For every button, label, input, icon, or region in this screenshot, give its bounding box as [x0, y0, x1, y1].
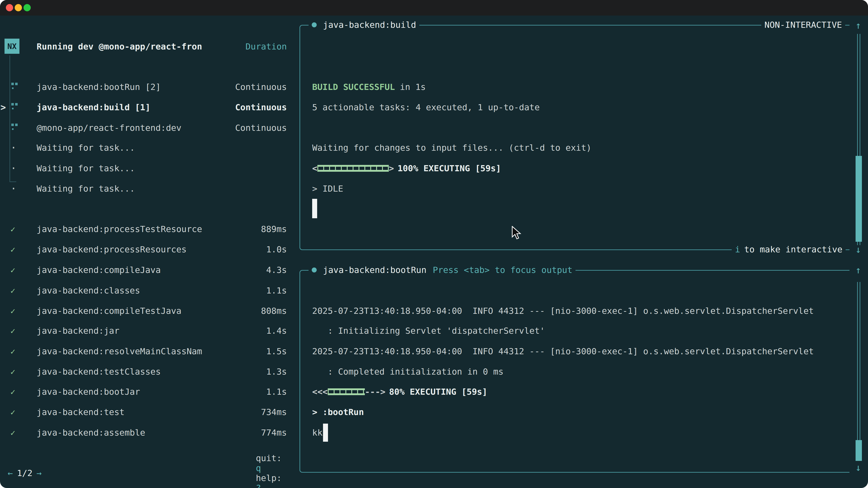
- check-icon: ✓: [10, 326, 16, 335]
- scroll-down-icon[interactable]: ↓: [850, 239, 866, 260]
- build-pane-footer: i to make interactive: [309, 239, 846, 260]
- close-window-button[interactable]: [6, 4, 13, 11]
- task-name: java-backend:bootJar: [37, 387, 140, 397]
- task-name: java-backend:test: [37, 407, 125, 417]
- task-name: java-backend:build [1]: [37, 102, 150, 112]
- build-progress-line: < > 100% EXECUTING [59s]: [312, 158, 850, 178]
- check-icon: ✓: [10, 265, 16, 275]
- build-result-line: BUILD SUCCESSFUL in 1s: [312, 77, 850, 97]
- waiting-for-changes-line: Waiting for changes to input files... (c…: [312, 138, 850, 158]
- completed-task-row[interactable]: ✓ java-backend:processResources 1.0s: [0, 239, 294, 260]
- build-time-text: in 1s: [400, 82, 426, 92]
- task-running-dot-icon: [312, 22, 317, 27]
- task-status: Continuous: [235, 123, 287, 133]
- log-line: 2025-07-23T13:40:18.950-04:00 INFO 44312…: [312, 341, 850, 361]
- task-row-build-selected[interactable]: java-backend:build [1] Continuous: [0, 97, 294, 118]
- completed-task-row[interactable]: ✓ java-backend:test 734ms: [0, 402, 294, 422]
- task-duration: 1.1s: [266, 387, 287, 397]
- page-prev-icon[interactable]: ←: [8, 468, 13, 478]
- task-list-header: Running dev @mono-app/react-fron Duratio…: [0, 36, 294, 57]
- completed-task-row[interactable]: ✓ java-backend:testClasses 1.3s: [0, 361, 294, 382]
- completed-task-row[interactable]: ✓ java-backend:processTestResource 889ms: [0, 219, 294, 239]
- progress-bar-filled: [328, 388, 365, 395]
- terminal-window: NX Running dev @mono-app/react-fron Dura…: [0, 0, 868, 488]
- stdin-input-line[interactable]: kk: [312, 422, 850, 443]
- progress-close-chevron: >: [380, 387, 385, 397]
- minimize-window-button[interactable]: [15, 4, 22, 11]
- zoom-window-button[interactable]: [24, 4, 31, 11]
- mouse-cursor: [511, 226, 523, 241]
- completed-task-row[interactable]: ✓ java-backend:assemble 774ms: [0, 422, 294, 443]
- log-line: : Completed initialization in 0 ms: [312, 361, 850, 382]
- task-duration: 734ms: [261, 407, 287, 417]
- bootrun-prompt-line: > :bootRun: [312, 402, 850, 422]
- spinner-icon: [11, 83, 14, 85]
- task-name: java-backend:resolveMainClassNam: [37, 346, 202, 356]
- log-line: 2025-07-23T13:40:18.950-04:00 INFO 44312…: [312, 301, 850, 321]
- completed-task-row[interactable]: ✓ java-backend:bootJar 1.1s: [0, 382, 294, 402]
- spinner-icon: [11, 103, 14, 105]
- progress-label: 100% EXECUTING [59s]: [398, 163, 501, 173]
- sidebar-footer: ← 1/2 → quit: q help: ?: [0, 463, 294, 483]
- help-key[interactable]: ?: [256, 483, 261, 488]
- completed-task-row[interactable]: ✓ java-backend:resolveMainClassNam 1.5s: [0, 341, 294, 361]
- help-label: help:: [256, 473, 282, 483]
- waiting-task-row: · Waiting for task...: [0, 138, 294, 158]
- build-pane-header: java-backend:build NON-INTERACTIVE: [309, 15, 846, 35]
- quit-key[interactable]: q: [256, 463, 261, 473]
- task-duration: 808ms: [261, 306, 287, 316]
- task-name: java-backend:bootRun [2]: [37, 82, 161, 92]
- completed-task-row[interactable]: ✓ java-backend:compileJava 4.3s: [0, 260, 294, 280]
- scroll-down-icon[interactable]: ↓: [850, 457, 866, 478]
- waiting-task-row: · Waiting for task...: [0, 158, 294, 178]
- waiting-label: Waiting for task...: [37, 143, 135, 153]
- task-duration: 774ms: [261, 428, 287, 437]
- task-name: java-backend:classes: [37, 286, 140, 295]
- task-row-frontend-dev[interactable]: @mono-app/react-frontend:dev Continuous: [0, 118, 294, 138]
- completed-task-row[interactable]: ✓ java-backend:jar 1.4s: [0, 321, 294, 341]
- interactive-hint-text: to make interactive: [744, 245, 842, 254]
- task-duration: 1.5s: [266, 346, 287, 356]
- check-icon: ✓: [10, 387, 16, 396]
- bootrun-pane-title: java-backend:bootRun: [320, 265, 430, 275]
- waiting-task-row: · Waiting for task...: [0, 178, 294, 199]
- build-successful-text: BUILD SUCCESSFUL: [312, 82, 395, 92]
- scroll-up-icon[interactable]: ↑: [850, 260, 866, 280]
- bullet-icon: ·: [10, 162, 17, 174]
- progress-label: 80% EXECUTING [59s]: [389, 387, 487, 397]
- check-icon: ✓: [10, 408, 16, 417]
- check-icon: ✓: [10, 306, 16, 316]
- task-list-title: Running dev @mono-app/react-fron: [37, 41, 202, 52]
- duration-column-header: Duration: [246, 41, 287, 52]
- actionable-tasks-line: 5 actionable tasks: 4 executed, 1 up-to-…: [312, 97, 850, 118]
- scrollbar-track[interactable]: [857, 282, 860, 460]
- spinner-icon: [11, 124, 14, 126]
- task-duration: 1.1s: [266, 286, 287, 295]
- progress-remaining-dashes: ---: [365, 387, 380, 397]
- task-name: java-backend:processResources: [37, 245, 186, 254]
- task-duration: 4.3s: [266, 265, 287, 275]
- footer-keys: quit: q help: ?: [225, 443, 287, 488]
- interactive-key[interactable]: i: [735, 245, 740, 254]
- progress-bar-filled: [317, 165, 389, 172]
- scrollbar-thumb[interactable]: [856, 156, 862, 242]
- task-duration: 1.3s: [266, 367, 287, 377]
- task-name: java-backend:assemble: [37, 428, 145, 437]
- bootrun-pane-header: java-backend:bootRun Press <tab> to focu…: [309, 260, 846, 280]
- check-icon: ✓: [10, 347, 16, 356]
- progress-open-chevrons: <<<: [312, 387, 328, 397]
- task-name: java-backend:processTestResource: [37, 224, 202, 234]
- waiting-label: Waiting for task...: [37, 163, 135, 173]
- progress-open-chevron: <: [312, 163, 317, 173]
- task-duration: 1.0s: [266, 245, 287, 254]
- noninteractive-badge: NON-INTERACTIVE: [761, 20, 845, 30]
- completed-task-row[interactable]: ✓ java-backend:compileTestJava 808ms: [0, 301, 294, 321]
- scroll-up-icon[interactable]: ↑: [850, 15, 866, 35]
- bullet-icon: ·: [10, 142, 17, 154]
- page-indicator: 1/2: [13, 468, 37, 478]
- completed-task-row[interactable]: ✓ java-backend:classes 1.1s: [0, 281, 294, 301]
- task-row-bootrun[interactable]: java-backend:bootRun [2] Continuous: [0, 77, 294, 97]
- task-name: java-backend:jar: [37, 326, 119, 336]
- task-duration: 889ms: [261, 224, 287, 234]
- page-next-icon[interactable]: →: [37, 468, 42, 478]
